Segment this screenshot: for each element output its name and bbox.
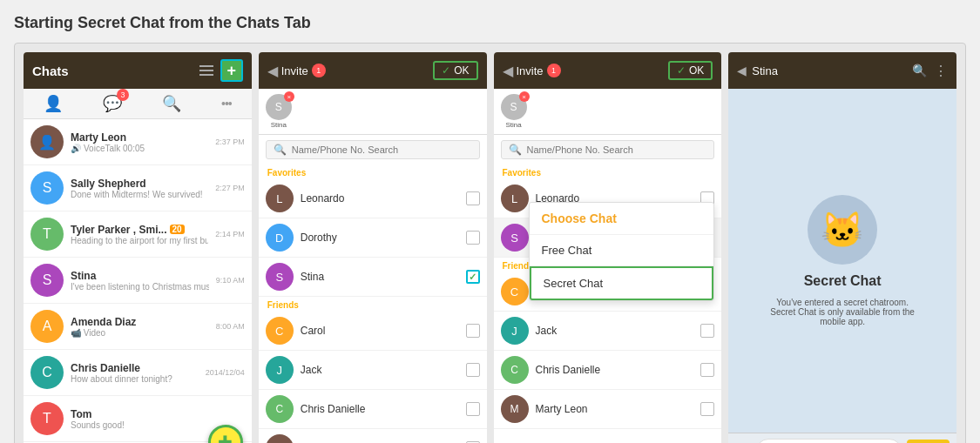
back-arrow-icon[interactable]: ◀	[267, 63, 278, 79]
search-input[interactable]	[292, 144, 472, 155]
contact-carol[interactable]: C Carol	[259, 312, 487, 351]
screen4-footer: ＋ Secret Message 🙂 Send	[728, 433, 956, 443]
screen3-dropdown: ◀ Invite 1 ✓ OK S × Stina	[494, 52, 722, 443]
dropdown-free-chat[interactable]: Free Chat	[530, 235, 714, 266]
chip-remove-stina[interactable]: ×	[284, 91, 294, 102]
tabs-row: 👤 💬 3 🔍 •••	[24, 89, 252, 119]
chat-time-stina: 9:10 AM	[216, 276, 245, 285]
friends-label: Friends	[259, 297, 487, 312]
message-input-wrap[interactable]: Secret Message 🙂	[756, 439, 901, 443]
checkbox-stina[interactable]	[466, 270, 480, 284]
screen4-secret-chat: ◀ Stina 🔍 ⋮ 🐱 Secret Chat You've entered…	[728, 52, 956, 443]
screen3-checkbox-chris[interactable]	[700, 363, 714, 377]
chat-item-stina[interactable]: S Stina I've been listening to Christmas…	[24, 258, 252, 304]
checkbox-leonardo[interactable]	[466, 191, 480, 205]
screen3-search-input[interactable]	[527, 144, 707, 155]
avatar-chris2: C	[266, 395, 294, 423]
tab-chat[interactable]: 💬 3	[103, 94, 122, 113]
checkbox-chris[interactable]	[466, 402, 480, 416]
choose-chat-dropdown: Choose Chat Free Chat Secret Chat	[529, 202, 715, 301]
screen4-search-icon[interactable]: 🔍	[912, 64, 927, 77]
screen3-favorites-label: Favorites	[494, 164, 722, 179]
secret-chat-subtitle: You've entered a secret chatroom. Secret…	[764, 298, 921, 326]
chat-name-tyler: Tyler Parker , Smi... 20	[71, 224, 208, 236]
screen3-contact-marty[interactable]: M Marty Leon	[494, 390, 722, 429]
screen3-avatar-chris: C	[501, 356, 529, 384]
screen3-avatar-jack: J	[501, 317, 529, 345]
checkbox-carol[interactable]	[466, 324, 480, 338]
new-chat-button[interactable]: +	[220, 59, 243, 82]
screen3-checkbox-marty[interactable]	[700, 402, 714, 416]
screen3-contact-name-marty: Marty Leon	[536, 403, 694, 415]
screen4-body: 🐱 Secret Chat You've entered a secret ch…	[728, 89, 956, 433]
screen3-ok-button[interactable]: ✓ OK	[668, 61, 713, 80]
screen3-ok-label: OK	[689, 64, 704, 77]
chat-name-sally: Sally Shepherd	[71, 178, 208, 190]
search-icon: 🔍	[274, 144, 287, 156]
avatar-jack: J	[266, 356, 294, 384]
chat-item-marty[interactable]: 👤 Marty Leon 🔊 VoiceTalk 00:05 2:37 PM	[24, 119, 252, 165]
chat-item-amenda[interactable]: A Amenda Diaz 📹 Video 8:00 AM	[24, 304, 252, 350]
screen4-contact-name: Stina	[752, 64, 778, 77]
screen3-chip-stina[interactable]: S × Stina	[501, 94, 527, 129]
screen3-body: S × Stina 🔍 Favorites L Leonardo	[494, 89, 722, 443]
screen3-chip-remove[interactable]: ×	[519, 91, 530, 102]
checkbox-dorothy[interactable]	[466, 231, 480, 245]
screen3-invite-label: Invite	[517, 64, 544, 77]
chat-sub-marty: 🔊 VoiceTalk 00:05	[71, 144, 208, 153]
hamburger-icon[interactable]	[199, 65, 213, 76]
contact-jack[interactable]: J Jack	[259, 351, 487, 390]
screen3-checkbox-jack[interactable]	[700, 324, 714, 338]
search-bar: 🔍	[266, 140, 480, 159]
screen3-contact-name-chris: Chris Danielle	[536, 364, 694, 376]
screen3-back-icon[interactable]: ◀	[503, 63, 513, 79]
invite-label: Invite	[281, 64, 308, 77]
screen2-header: ◀ Invite 1 ✓ OK	[259, 52, 487, 89]
screen3-selected-area: S × Stina	[494, 89, 722, 135]
checkbox-jack[interactable]	[466, 363, 480, 377]
screen3-avatar-marty: M	[501, 395, 529, 423]
send-button[interactable]: Send	[907, 440, 950, 443]
chat-sub-sally: Done with Midterms! We survived!	[71, 190, 208, 199]
page-container: Starting Secret Chat from the Chats Tab …	[14, 14, 966, 443]
chat-sub-chris: How about dinner tonight?	[71, 374, 199, 384]
screen4-more-icon[interactable]: ⋮	[934, 63, 948, 79]
contact-name-carol: Carol	[301, 325, 459, 337]
contact-stina[interactable]: S Stina	[259, 258, 487, 297]
chat-time-marty: 2:37 PM	[215, 138, 245, 146]
chat-name-chris: Chris Danielle	[71, 362, 199, 374]
avatar-marty: 👤	[30, 125, 64, 158]
contact-marty-leon[interactable]: M Marty Leon	[259, 429, 487, 443]
ok-button[interactable]: ✓ OK	[433, 61, 477, 80]
contact-chris-danielle[interactable]: C Chris Danielle	[259, 390, 487, 429]
contact-dorothy[interactable]: D Dorothy	[259, 218, 487, 258]
chat-list: 👤 Marty Leon 🔊 VoiceTalk 00:05 2:37 PM S	[24, 119, 252, 443]
chat-name-marty: Marty Leon	[71, 131, 208, 144]
chat-time-chris: 2014/12/04	[206, 368, 245, 377]
tab-search[interactable]: 🔍	[162, 94, 181, 113]
dropdown-secret-chat[interactable]: Secret Chat	[530, 266, 714, 300]
chat-item-tyler[interactable]: T Tyler Parker , Smi... 20 Heading to th…	[24, 211, 252, 258]
tab-profile[interactable]: 👤	[44, 94, 63, 113]
screen1-body: 👤 Marty Leon 🔊 VoiceTalk 00:05 2:37 PM S	[24, 119, 252, 443]
chat-item-chris[interactable]: C Chris Danielle How about dinner tonigh…	[24, 350, 252, 396]
chat-name-amenda: Amenda Diaz	[71, 316, 209, 328]
screen4-back-icon[interactable]: ◀	[737, 64, 747, 77]
chat-sub-tyler: Heading to the airport for my first busi…	[71, 236, 208, 245]
ok-label: OK	[454, 64, 469, 77]
page-title: Starting Secret Chat from the Chats Tab	[14, 14, 966, 32]
chip-stina[interactable]: S × Stina	[266, 94, 292, 129]
chat-item-sally[interactable]: S Sally Shepherd Done with Midterms! We …	[24, 165, 252, 211]
screens-container: Chats + 👤 💬 3 🔍 •••	[14, 43, 966, 443]
contact-leonardo[interactable]: L Leonardo	[259, 179, 487, 218]
selected-contacts-area: S × Stina	[259, 89, 487, 135]
chat-time-amenda: 8:00 AM	[216, 322, 245, 331]
invite-count: 1	[312, 64, 326, 77]
tab-more[interactable]: •••	[221, 97, 232, 111]
screen1-title: Chats	[32, 64, 69, 78]
screen3-avatar-stina: S	[501, 224, 529, 252]
screen3-contact-chris[interactable]: C Chris Danielle	[494, 351, 722, 390]
avatar-stina2: S	[266, 263, 294, 291]
screen3-contact-jack[interactable]: J Jack	[494, 312, 722, 351]
secret-avatar: 🐱	[808, 195, 877, 265]
